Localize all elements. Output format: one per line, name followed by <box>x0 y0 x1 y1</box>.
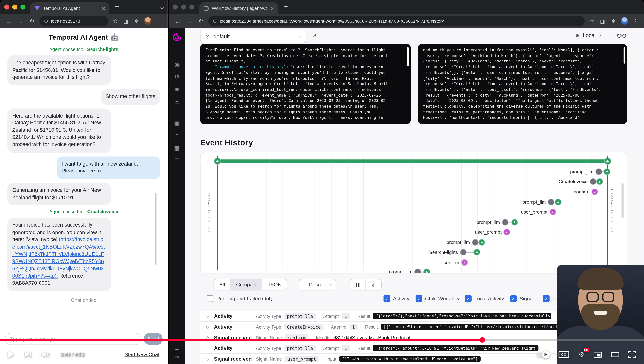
new-tab-button[interactable]: + <box>115 3 119 11</box>
video-progress-played[interactable] <box>0 339 482 341</box>
bookmark-star-icon[interactable]: ☆ <box>110 18 121 24</box>
timeline-event-dot-success[interactable]: ◆ <box>511 219 518 226</box>
timeline-event-dot-neutral[interactable] <box>460 249 467 256</box>
captions-button[interactable]: CC <box>558 351 569 358</box>
expand-row-icon[interactable]: ◇ <box>206 324 214 329</box>
close-tab-icon[interactable]: × <box>102 5 105 11</box>
workflow-input-panel[interactable]: FindEvents: Find an event to travel to 2… <box>200 44 411 124</box>
timeline-event-dot-success[interactable]: ◆ <box>604 168 610 175</box>
address-bar[interactable]: ⊙ localhost:5173 <box>40 16 108 26</box>
back-icon[interactable]: ← <box>172 18 184 25</box>
video-scrubber-handle[interactable] <box>480 337 485 342</box>
back-icon[interactable]: ← <box>3 18 15 25</box>
timeline-event-dot-success[interactable]: ◆ <box>555 199 562 206</box>
volume-icon[interactable] <box>42 351 50 358</box>
gallery-icon[interactable]: ▦ <box>174 142 180 155</box>
extensions-icon[interactable]: ❖ <box>608 18 619 24</box>
new-tab-button[interactable]: + <box>284 3 288 11</box>
panel-scrollbar[interactable] <box>624 47 625 64</box>
filter-checkbox-child-workflow[interactable]: ✓Child Workflow <box>416 296 459 302</box>
filter-checkbox-local-activity[interactable]: ✓Local Activity <box>465 296 504 302</box>
checkbox-checked[interactable]: ✓ <box>416 296 422 302</box>
sort-chevron[interactable] <box>326 279 336 290</box>
timeline-event-dot-neutral[interactable] <box>502 219 508 226</box>
workflow-result-panel[interactable]: and month you're interested in for the e… <box>418 44 627 124</box>
settings-gear-icon[interactable]: ⚙HD <box>578 350 584 359</box>
import-icon[interactable]: ↥ <box>174 130 180 142</box>
filter-checkbox-activity[interactable]: ✓Activity <box>384 296 409 302</box>
timeline-event-dot-neutral[interactable] <box>596 168 602 175</box>
timeline-event-dot-signal[interactable]: ● <box>550 208 556 215</box>
timeline-event-dot-success[interactable]: ◆ <box>424 268 430 274</box>
site-info-icon[interactable]: ⊙ <box>213 18 217 24</box>
site-info-icon[interactable]: ⊙ <box>44 18 48 24</box>
timeline-event-dot-neutral[interactable] <box>472 239 478 246</box>
view-tab-json[interactable]: JSON <box>262 279 287 290</box>
chat-scrollbar[interactable] <box>155 193 156 265</box>
panel-scrollbar[interactable] <box>407 47 409 66</box>
timeline-event-dot-success[interactable]: ◆ <box>474 249 480 256</box>
cluster-select[interactable]: ⊕ Local <box>576 32 601 38</box>
profile-avatar[interactable] <box>144 17 152 25</box>
bookmark-star-icon[interactable]: ☆ <box>586 18 597 24</box>
expand-row-icon[interactable]: ◇ <box>206 346 214 350</box>
collapse-timeline-icon[interactable] <box>206 156 208 164</box>
forward-icon[interactable]: → <box>184 18 195 25</box>
temporal-logo[interactable] <box>172 33 182 42</box>
profile-avatar[interactable] <box>620 17 628 25</box>
pause-button[interactable] <box>350 279 366 290</box>
timeline-event-dot-signal[interactable]: ● <box>461 259 468 266</box>
archival-icon[interactable]: ⊞ <box>174 96 180 108</box>
feedback-icon[interactable]: ♡ <box>174 154 180 167</box>
forward-icon[interactable]: → <box>15 18 26 25</box>
address-bar[interactable]: ⊙ localhost:8233/namespaces/default/work… <box>208 16 585 26</box>
timeline-event-dot-signal[interactable]: ● <box>591 188 598 195</box>
checkbox-unchecked[interactable] <box>206 296 213 302</box>
timeline-event-dot-success[interactable]: ◆ <box>596 178 603 185</box>
fullscreen-icon[interactable] <box>628 351 636 358</box>
sort-order-button[interactable]: ↓ Desc <box>298 279 336 290</box>
view-tab-compact[interactable]: Compact <box>230 279 262 290</box>
next-icon[interactable] <box>25 352 31 358</box>
minimize-window-button[interactable] <box>12 5 17 10</box>
checkbox-checked[interactable]: ✓ <box>384 296 390 302</box>
expand-row-icon[interactable]: ◇ <box>206 314 214 318</box>
reload-icon[interactable]: ↻ <box>195 17 206 25</box>
checkbox-checked[interactable]: ✓ <box>543 296 550 302</box>
side-panel-icon[interactable]: ◨ <box>597 18 608 24</box>
autoplay-toggle[interactable] <box>536 352 549 357</box>
expand-row-icon[interactable]: ◇ <box>206 356 214 361</box>
labs-glasses-icon[interactable] <box>618 33 626 38</box>
filter-checkbox-pending-and-failed[interactable]: Pending and Failed Only <box>206 296 273 302</box>
checkbox-checked[interactable]: ✓ <box>510 296 517 302</box>
send-button[interactable]: Send <box>144 333 162 345</box>
namespace-select[interactable]: ⊙ default <box>200 30 306 43</box>
workflow-end-marker[interactable]: ◆ <box>604 158 611 165</box>
minimize-window-button[interactable] <box>181 5 186 10</box>
browser-menu-icon[interactable]: ⋮ <box>630 18 641 24</box>
timeline-event-dot-neutral[interactable] <box>590 178 596 185</box>
timeline-event-dot-neutral[interactable] <box>548 199 554 206</box>
play-icon[interactable] <box>8 351 14 358</box>
start-new-chat-link[interactable]: Start New Chat <box>125 352 160 358</box>
workflows-icon[interactable]: ◉ <box>174 58 180 71</box>
workflow-start-marker[interactable]: ◆ <box>214 158 221 165</box>
close-window-button[interactable] <box>173 5 178 10</box>
schedules-icon[interactable]: ↺ <box>174 71 180 83</box>
codec-icon[interactable]: ▣ <box>174 118 180 130</box>
download-history-button[interactable]: ↧ <box>366 279 381 290</box>
close-window-button[interactable] <box>4 5 9 10</box>
invoice-link[interactable]: (https://invoice.stripe.com/i/acct_1NBOL… <box>12 237 105 278</box>
zoom-window-button[interactable] <box>20 5 25 10</box>
message-input[interactable] <box>5 333 141 345</box>
timeline-event-dot-success[interactable]: ◆ <box>478 239 485 246</box>
open-in-new-icon[interactable]: ↗ <box>312 32 317 38</box>
theater-mode-icon[interactable] <box>611 352 619 357</box>
browser-tab-workflow-history[interactable]: Workflow History | agent-wor × <box>199 2 278 14</box>
checkbox-checked[interactable]: ✓ <box>465 296 472 302</box>
expand-row-icon[interactable]: ◇ <box>206 335 214 340</box>
batch-icon[interactable]: ≡ <box>175 83 179 96</box>
view-tab-all[interactable]: All <box>214 279 230 290</box>
theme-toggle-icon[interactable]: ☀ <box>175 347 180 353</box>
zoom-window-button[interactable] <box>189 5 194 10</box>
